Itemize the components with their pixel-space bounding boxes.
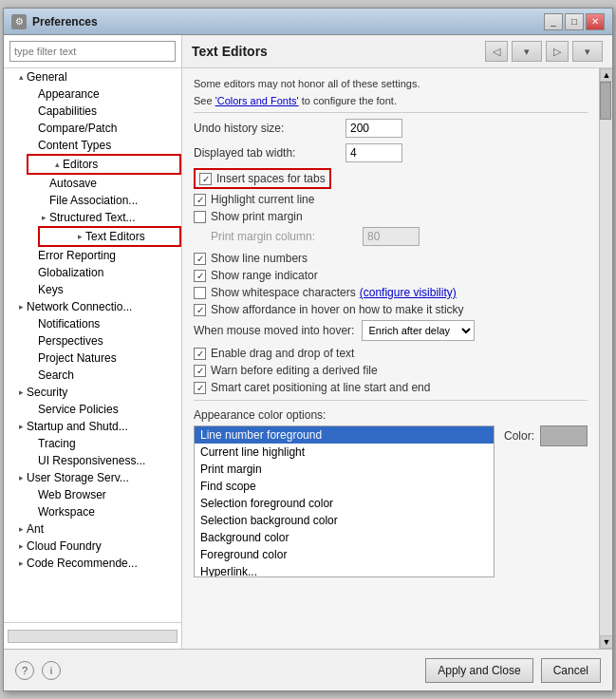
color-item-sel-bg[interactable]: Selection background color bbox=[195, 512, 494, 529]
hover-dropdown[interactable]: Enrich after delay Never enrich Enrich i… bbox=[362, 320, 475, 341]
undo-history-label: Undo history size: bbox=[194, 122, 345, 135]
scrollbar-thumb[interactable] bbox=[600, 82, 611, 120]
tree-item-notifications[interactable]: Notifications bbox=[4, 315, 181, 332]
info-icon[interactable]: i bbox=[42, 661, 61, 680]
help-icon[interactable]: ? bbox=[15, 661, 34, 680]
right-content: Some editors may not honor all of these … bbox=[182, 68, 599, 649]
divider-2 bbox=[194, 400, 588, 401]
close-button[interactable]: ✕ bbox=[586, 13, 605, 30]
tree-item-perspectives[interactable]: Perspectives bbox=[4, 332, 181, 350]
expand-arrow-compare bbox=[27, 123, 38, 134]
tree-item-uiresponsive[interactable]: UI Responsiveness... bbox=[4, 452, 181, 469]
tree-item-webbrowser[interactable]: Web Browser bbox=[4, 486, 181, 503]
show-affordance-label: Show affordance in hover on how to make … bbox=[211, 303, 464, 316]
smart-caret-checkbox[interactable] bbox=[194, 382, 206, 394]
show-range-checkbox[interactable] bbox=[194, 270, 206, 282]
tab-width-input[interactable] bbox=[345, 143, 402, 162]
color-item-bg-color[interactable]: Background color bbox=[195, 529, 494, 546]
scroll-down-button[interactable]: ▼ bbox=[600, 635, 612, 649]
color-item-sel-fg[interactable]: Selection foreground color bbox=[195, 495, 494, 512]
tree-item-coderecommend[interactable]: ▸ Code Recommende... bbox=[4, 555, 181, 572]
expand-arrow-networkconn: ▸ bbox=[15, 301, 27, 312]
tab-width-label: Displayed tab width: bbox=[194, 146, 345, 160]
tree-item-fileassoc[interactable]: File Association... bbox=[4, 192, 181, 209]
color-item-curr-line-hi[interactable]: Current line highlight bbox=[195, 444, 494, 461]
tree-item-userstorage[interactable]: ▸ User Storage Serv... bbox=[4, 469, 181, 486]
tree-item-capabilities[interactable]: Capabilities bbox=[4, 103, 181, 120]
color-item-find-scope[interactable]: Find scope bbox=[195, 478, 494, 495]
color-item-line-num-fg[interactable]: Line number foreground bbox=[195, 426, 494, 444]
warn-editing-checkbox[interactable] bbox=[194, 365, 206, 377]
show-print-margin-label: Show print margin bbox=[211, 210, 303, 223]
tree-item-ant[interactable]: ▸ Ant bbox=[4, 520, 181, 538]
expand-arrow-globalization bbox=[27, 267, 38, 278]
nav-back-button[interactable]: ◁ bbox=[485, 41, 508, 62]
enable-drag-checkbox[interactable] bbox=[194, 348, 206, 360]
right-header: Text Editors ◁ ▾ ▷ ▾ bbox=[182, 35, 612, 68]
tree-item-compare[interactable]: Compare/Patch bbox=[4, 120, 181, 137]
nav-back-dropdown[interactable]: ▾ bbox=[512, 41, 542, 62]
tree-item-servicepolicies[interactable]: Service Policies bbox=[4, 401, 181, 418]
tree-label-appearance: Appearance bbox=[38, 87, 100, 101]
insert-spaces-checkbox[interactable] bbox=[199, 173, 212, 185]
expand-arrow-errorreporting bbox=[27, 250, 38, 261]
show-whitespace-checkbox[interactable] bbox=[194, 287, 206, 299]
tree-item-autosave[interactable]: Autosave bbox=[4, 175, 181, 192]
tree-item-contenttypes[interactable]: Content Types bbox=[4, 137, 181, 154]
undo-history-row: Undo history size: bbox=[194, 119, 588, 138]
tree-item-errorreporting[interactable]: Error Reporting bbox=[4, 247, 181, 264]
filter-input[interactable] bbox=[9, 41, 176, 62]
highlight-line-label: Highlight current line bbox=[211, 193, 314, 206]
apply-close-button[interactable]: Apply and Close bbox=[425, 658, 532, 683]
tree-area: ▴ General Appearance Capabilities Compar… bbox=[4, 68, 181, 622]
undo-history-input[interactable] bbox=[345, 119, 402, 138]
preferences-window: ⚙ Preferences _ □ ✕ ▴ General Appearance bbox=[3, 8, 613, 691]
scrollbar-track bbox=[600, 82, 612, 635]
color-item-hyperlink[interactable]: Hyperlink... bbox=[195, 563, 494, 577]
tree-item-texteditors[interactable]: ▸ Text Editors bbox=[38, 226, 181, 247]
tree-item-keys[interactable]: Keys bbox=[4, 281, 181, 298]
highlight-line-checkbox[interactable] bbox=[194, 194, 206, 206]
tree-item-projectnatures[interactable]: Project Natures bbox=[4, 350, 181, 367]
maximize-button[interactable]: □ bbox=[565, 13, 584, 30]
hover-row: When mouse moved into hover: Enrich afte… bbox=[194, 320, 588, 341]
tree-item-structuredtext[interactable]: ▸ Structured Text... bbox=[4, 209, 181, 226]
expand-arrow-appearance bbox=[27, 88, 38, 100]
tree-item-general[interactable]: ▴ General bbox=[4, 68, 181, 85]
cancel-button[interactable]: Cancel bbox=[541, 658, 601, 683]
colors-fonts-link[interactable]: 'Colors and Fonts' bbox=[215, 95, 299, 106]
horizontal-scrollbar[interactable] bbox=[8, 630, 177, 643]
show-affordance-checkbox[interactable] bbox=[194, 304, 206, 316]
tree-item-search[interactable]: Search bbox=[4, 367, 181, 384]
warn-editing-row: Warn before editing a derived file bbox=[194, 364, 588, 377]
insert-spaces-row: Insert spaces for tabs bbox=[194, 168, 331, 189]
tree-item-networkconn[interactable]: ▸ Network Connectio... bbox=[4, 298, 181, 315]
enable-drag-label: Enable drag and drop of text bbox=[211, 347, 354, 360]
tab-width-row: Displayed tab width: bbox=[194, 143, 588, 162]
tree-label-search: Search bbox=[38, 368, 74, 382]
expand-arrow-userstorage: ▸ bbox=[15, 472, 27, 483]
scroll-up-button[interactable]: ▲ bbox=[600, 68, 612, 82]
minimize-button[interactable]: _ bbox=[544, 13, 563, 30]
color-swatch[interactable] bbox=[540, 425, 588, 446]
tree-item-workspace[interactable]: Workspace bbox=[4, 503, 181, 520]
tree-item-startupshutd[interactable]: ▸ Startup and Shutd... bbox=[4, 418, 181, 435]
configure-visibility-link[interactable]: (configure visibility) bbox=[360, 286, 457, 299]
color-item-fg-color[interactable]: Foreground color bbox=[195, 546, 494, 563]
tree-item-appearance[interactable]: Appearance bbox=[4, 85, 181, 103]
tree-item-security[interactable]: ▸ Security bbox=[4, 384, 181, 401]
nav-forward-button[interactable]: ▷ bbox=[546, 41, 569, 62]
color-item-print-margin[interactable]: Print margin bbox=[195, 461, 494, 478]
show-affordance-row: Show affordance in hover on how to make … bbox=[194, 303, 588, 316]
tree-item-cloudfoundry[interactable]: ▸ Cloud Foundry bbox=[4, 538, 181, 555]
window-icon: ⚙ bbox=[11, 14, 27, 29]
expand-arrow-security: ▸ bbox=[15, 387, 27, 398]
show-line-numbers-checkbox[interactable] bbox=[194, 253, 206, 265]
expand-arrow-uiresponsive bbox=[27, 455, 38, 466]
show-print-margin-checkbox[interactable] bbox=[194, 211, 206, 223]
tree-item-tracing[interactable]: Tracing bbox=[4, 435, 181, 452]
tree-item-globalization[interactable]: Globalization bbox=[4, 264, 181, 281]
nav-forward-dropdown[interactable]: ▾ bbox=[572, 41, 603, 62]
expand-arrow-autosave bbox=[38, 178, 49, 189]
tree-item-editors[interactable]: ▴ Editors bbox=[27, 154, 181, 175]
